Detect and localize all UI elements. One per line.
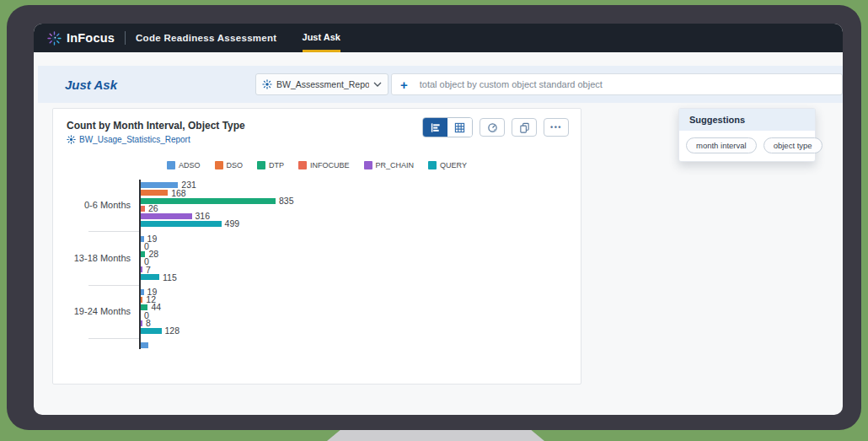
legend-item-dtp[interactable]: DTP xyxy=(257,161,284,169)
suggestions-panel: Suggestions month interval object type xyxy=(678,108,816,162)
bar-value-label: 8 xyxy=(146,319,151,328)
bar-query[interactable] xyxy=(141,221,222,227)
chart-legend: ADSODSODTPINFOCUBEPR_CHAINQUERY xyxy=(53,161,581,169)
legend-label: DSO xyxy=(227,161,244,169)
bar-row: 0 xyxy=(141,259,581,265)
bar-value-label: 7 xyxy=(146,266,151,275)
legend-swatch-dso xyxy=(215,161,223,169)
chart-card: Count by Month Interval, Object Type BW_… xyxy=(52,108,581,385)
monitor-stand xyxy=(327,428,544,441)
bar-row: 19 xyxy=(141,289,581,295)
chevron-down-icon xyxy=(373,82,382,87)
bar-chart-icon xyxy=(430,122,441,133)
copy-icon xyxy=(519,122,530,133)
bar-row: 316 xyxy=(141,213,581,219)
legend-label: INFOCUBE xyxy=(310,161,350,169)
bar-pr_chain[interactable] xyxy=(141,213,192,219)
legend-label: QUERY xyxy=(440,161,467,169)
bar-query[interactable] xyxy=(141,274,159,280)
bar-group: 0-6 Months23116883526316499 xyxy=(141,178,581,231)
brand-name: InFocus xyxy=(67,31,115,45)
legend-label: PR_CHAIN xyxy=(376,161,415,169)
bar-row: 835 xyxy=(141,198,581,204)
bar-row: 0 xyxy=(141,312,581,318)
bar-row: 7 xyxy=(141,266,581,272)
legend-swatch-pr_chain xyxy=(364,161,372,169)
suggestion-chip-object-type[interactable]: object type xyxy=(764,137,822,153)
bar-row: 115 xyxy=(141,274,581,280)
screen: InFocus Code Readiness Assessment Just A… xyxy=(34,24,843,415)
legend-swatch-infocube xyxy=(298,161,307,169)
legend-swatch-query xyxy=(428,161,437,169)
bar-row: 28 xyxy=(141,251,581,257)
dataset-gear-icon xyxy=(262,79,272,89)
legend-item-infocube[interactable]: INFOCUBE xyxy=(298,161,350,169)
category-label: 13-18 Months xyxy=(67,253,131,263)
suggestions-body: month interval object type xyxy=(679,131,815,161)
grid-icon xyxy=(454,122,465,133)
query-input[interactable] xyxy=(420,79,833,89)
bar-dso[interactable] xyxy=(141,190,168,196)
bar-dso[interactable] xyxy=(141,297,142,303)
bar-value-label: 316 xyxy=(196,212,211,221)
copy-button[interactable] xyxy=(512,118,537,137)
insights-button[interactable] xyxy=(480,118,505,137)
bar-row: 44 xyxy=(141,304,581,310)
chart-source-label: BW_Usage_Statistics_Report xyxy=(79,135,190,144)
legend-item-dso[interactable]: DSO xyxy=(215,161,244,169)
legend-label: DTP xyxy=(269,161,284,169)
legend-item-adso[interactable]: ADSO xyxy=(167,161,201,169)
bar-value-label: 499 xyxy=(225,219,240,229)
bar-query[interactable] xyxy=(141,328,162,334)
table-view-button[interactable] xyxy=(447,118,472,137)
suggestions-title: Suggestions xyxy=(679,109,815,131)
more-button[interactable]: ••• xyxy=(544,118,569,137)
bar-adso[interactable] xyxy=(141,342,148,348)
bar-row: 128 xyxy=(141,328,581,334)
bar-row: 8 xyxy=(141,320,581,326)
bar-value-label: 44 xyxy=(151,303,161,312)
legend-swatch-dtp xyxy=(257,161,265,169)
bar-value-label: 128 xyxy=(165,326,180,336)
bar-row: 168 xyxy=(141,190,581,196)
query-box[interactable]: + xyxy=(391,73,843,95)
legend-item-pr_chain[interactable]: PR_CHAIN xyxy=(364,161,415,169)
suggestion-chip-month-interval[interactable]: month interval xyxy=(686,137,757,153)
bar-value-label: 115 xyxy=(163,273,177,282)
just-ask-band: Just Ask BW_Assessment_Report (1) xyxy=(38,66,843,103)
brand: InFocus xyxy=(47,31,115,46)
bar-value-label: 26 xyxy=(148,204,158,213)
bar-adso[interactable] xyxy=(141,289,144,295)
page-title: Just Ask xyxy=(65,78,255,92)
category-label: 0-6 Months xyxy=(67,200,131,210)
bar-dtp[interactable] xyxy=(141,198,276,204)
legend-label: ADSO xyxy=(179,161,201,169)
legend-item-query[interactable]: QUERY xyxy=(428,161,467,169)
header-divider xyxy=(125,31,126,45)
bar-value-label: 168 xyxy=(171,189,186,198)
infocus-logo-icon xyxy=(47,31,62,46)
view-switcher xyxy=(422,117,473,137)
bar-group-truncated xyxy=(141,338,581,352)
bar-value-label: 28 xyxy=(148,250,158,259)
bar-pr_chain[interactable] xyxy=(141,266,142,272)
plus-icon[interactable]: + xyxy=(400,78,408,92)
gauge-icon xyxy=(487,122,498,133)
tab-just-ask[interactable]: Just Ask xyxy=(303,24,340,52)
bar-group: 19-24 Months19124408128 xyxy=(141,285,581,338)
bar-pr_chain[interactable] xyxy=(141,320,142,326)
bar-row: 12 xyxy=(141,297,581,303)
bar-row: 19 xyxy=(141,236,581,242)
bar-row: 499 xyxy=(141,221,581,227)
bar-group: 13-18 Months1902807115 xyxy=(141,231,581,284)
bar-value-label: 835 xyxy=(279,196,294,206)
bar-row: 231 xyxy=(141,182,581,188)
dataset-dropdown-label: BW_Assessment_Report (1) xyxy=(276,79,369,89)
app-header: InFocus Code Readiness Assessment Just A… xyxy=(34,24,843,52)
source-gear-icon xyxy=(67,135,76,144)
dataset-dropdown[interactable]: BW_Assessment_Report (1) xyxy=(255,73,388,95)
bar-row: 0 xyxy=(141,244,581,250)
chart-view-button[interactable] xyxy=(423,118,447,137)
bar-infocube[interactable] xyxy=(141,206,145,212)
app-title: Code Readiness Assessment xyxy=(136,33,277,43)
